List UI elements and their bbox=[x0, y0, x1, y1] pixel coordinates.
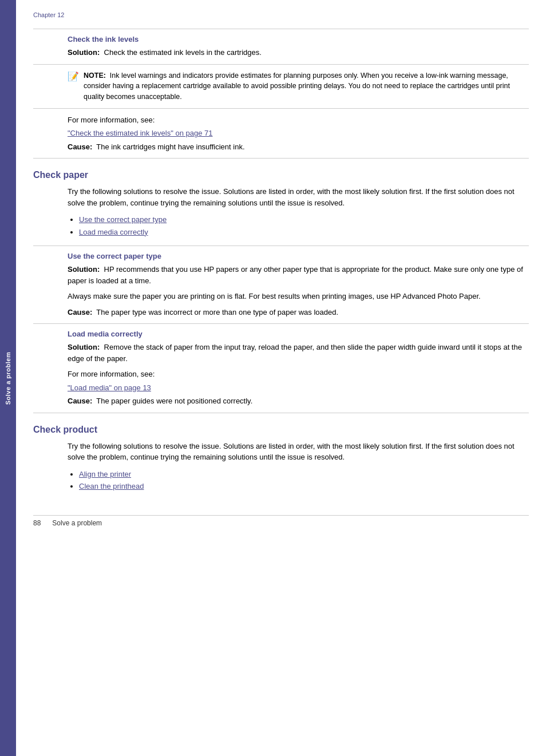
sidebar: Solve a problem bbox=[0, 0, 16, 756]
use-correct-paper-solution1: Solution: HP recommends that you use HP … bbox=[68, 264, 529, 286]
page-footer: 88 Solve a problem bbox=[33, 515, 529, 527]
bullet-clean-printhead-link[interactable]: Clean the printhead bbox=[79, 482, 144, 490]
footer-section: Solve a problem bbox=[52, 519, 102, 527]
load-media-solution: Solution: Remove the stack of paper from… bbox=[68, 342, 529, 364]
ink-bottom-rule bbox=[33, 158, 529, 159]
check-paper-bullets: Use the correct paper type Load media co… bbox=[79, 214, 529, 238]
load-media-cause-text: The paper guides were not positioned cor… bbox=[96, 397, 252, 405]
use-paper-cause-text: The paper type was incorrect or more tha… bbox=[96, 308, 338, 316]
check-product-bullets: Align the printer Clean the printhead bbox=[79, 469, 529, 492]
note-label: NOTE: bbox=[84, 72, 106, 80]
use-paper-bottom-rule bbox=[33, 323, 529, 324]
bullet-use-correct-paper-link[interactable]: Use the correct paper type bbox=[79, 215, 167, 224]
check-ink-cause: Cause: The ink cartridges might have ins… bbox=[68, 141, 529, 153]
ink-levels-link[interactable]: "Check the estimated ink levels" on page… bbox=[68, 128, 529, 139]
check-product-intro: Try the following solutions to resolve t… bbox=[68, 441, 529, 463]
check-product-title: Check product bbox=[33, 425, 529, 435]
use-paper-cause-label: Cause: bbox=[68, 308, 92, 316]
cause-label: Cause: bbox=[68, 143, 92, 151]
sidebar-label: Solve a problem bbox=[5, 351, 11, 404]
page-number: 88 bbox=[33, 519, 41, 527]
for-more-info: For more information, see: bbox=[68, 114, 529, 126]
note-text: Ink level warnings and indicators provid… bbox=[84, 72, 510, 101]
bullet-use-correct-paper[interactable]: Use the correct paper type bbox=[79, 214, 529, 225]
load-media-link[interactable]: "Load media" on page 13 bbox=[68, 383, 151, 392]
cause-text: The ink cartridges might have insufficie… bbox=[96, 143, 244, 151]
check-product-section: Check product Try the following solution… bbox=[33, 425, 529, 492]
load-media-subsection: Load media correctly Solution: Remove th… bbox=[33, 330, 529, 413]
use-correct-paper-subsection: Use the correct paper type Solution: HP … bbox=[33, 246, 529, 324]
note-box: 📝 NOTE: Ink level warnings and indicator… bbox=[68, 70, 529, 102]
ink-levels-link-text[interactable]: "Check the estimated ink levels" on page… bbox=[68, 129, 213, 137]
check-paper-section: Check paper Try the following solutions … bbox=[33, 170, 529, 413]
use-paper-top-rule bbox=[33, 246, 529, 246]
main-content: Chapter 12 Check the ink levels Solution… bbox=[16, 0, 546, 756]
use-paper-solution-text: HP recommends that you use HP papers or … bbox=[68, 265, 523, 285]
note-bottom-rule bbox=[33, 108, 529, 109]
check-paper-title: Check paper bbox=[33, 170, 529, 180]
top-rule bbox=[33, 29, 529, 29]
use-correct-paper-title: Use the correct paper type bbox=[68, 252, 529, 260]
use-paper-solution-label: Solution: bbox=[68, 265, 100, 274]
bullet-clean-printhead[interactable]: Clean the printhead bbox=[79, 481, 529, 492]
bullet-load-media[interactable]: Load media correctly bbox=[79, 227, 529, 238]
load-media-cause-label: Cause: bbox=[68, 397, 92, 405]
check-ink-solution: Solution: Check the estimated ink levels… bbox=[68, 47, 529, 58]
load-media-for-more-info: For more information, see: bbox=[68, 369, 529, 380]
load-media-solution-text: Remove the stack of paper from the input… bbox=[68, 343, 522, 363]
load-media-solution-label: Solution: bbox=[68, 343, 100, 351]
load-media-title: Load media correctly bbox=[68, 330, 529, 338]
chapter-label: Chapter 12 bbox=[33, 11, 529, 18]
note-icon: 📝 bbox=[68, 71, 79, 102]
solution-label: Solution: bbox=[68, 48, 100, 57]
bullet-load-media-link[interactable]: Load media correctly bbox=[79, 228, 148, 236]
use-correct-paper-solution2: Always make sure the paper you are print… bbox=[68, 291, 529, 302]
bullet-align-printer[interactable]: Align the printer bbox=[79, 469, 529, 480]
check-paper-intro: Try the following solutions to resolve t… bbox=[68, 186, 529, 208]
bullet-align-printer-link[interactable]: Align the printer bbox=[79, 470, 131, 478]
note-content: NOTE: Ink level warnings and indicators … bbox=[84, 70, 529, 102]
use-correct-paper-cause: Cause: The paper type was incorrect or m… bbox=[68, 307, 529, 318]
check-ink-section: Check the ink levels Solution: Check the… bbox=[33, 29, 529, 159]
check-ink-title: Check the ink levels bbox=[68, 35, 529, 43]
note-top-rule bbox=[33, 64, 529, 65]
solution-text: Check the estimated ink levels in the ca… bbox=[104, 48, 262, 57]
load-media-link-wrapper[interactable]: "Load media" on page 13 bbox=[68, 382, 529, 394]
load-media-bottom-rule bbox=[33, 413, 529, 413]
load-media-cause: Cause: The paper guides were not positio… bbox=[68, 395, 529, 407]
